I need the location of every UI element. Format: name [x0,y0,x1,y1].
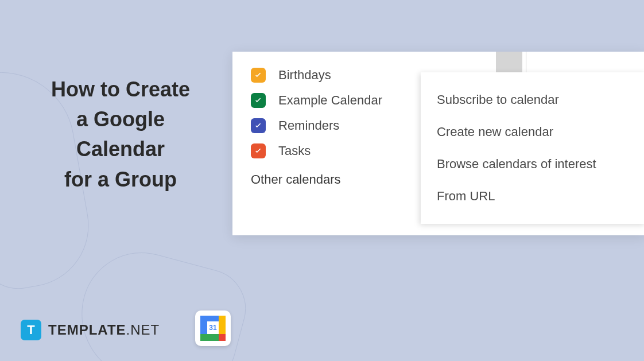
brand-text: TEMPLATE.NET [48,322,160,338]
google-calendar-icon: 31 [195,310,231,346]
calendar-label: Tasks [278,143,311,158]
add-calendar-button-hover[interactable] [496,52,522,72]
brand-logo: T TEMPLATE.NET [21,320,160,340]
divider [526,52,526,72]
title-line: How to Create [17,75,224,104]
title-line: a Google [17,104,224,134]
menu-item-create-new[interactable]: Create new calendar [421,116,644,148]
heading-panel: How to Create a Google Calendar for a Gr… [17,75,224,195]
calendar-label: Birthdays [278,68,331,83]
template-t-icon: T [21,320,41,340]
checkbox-checked-icon[interactable] [251,68,266,83]
page-title: How to Create a Google Calendar for a Gr… [17,75,224,195]
checkbox-checked-icon[interactable] [251,118,266,133]
calendar-label: Example Calendar [278,93,382,108]
menu-item-browse[interactable]: Browse calendars of interest [421,148,644,180]
brand-suffix: .NET [126,322,160,337]
brand-name: TEMPLATE [48,322,126,337]
menu-item-from-url[interactable]: From URL [421,180,644,212]
calendar-label: Reminders [278,118,339,133]
title-line: for a Group [17,165,224,195]
checkbox-checked-icon[interactable] [251,143,266,158]
add-calendar-dropdown: Subscribe to calendar Create new calenda… [421,72,644,224]
checkbox-checked-icon[interactable] [251,93,266,108]
icon-letter: T [27,323,34,337]
calendar-day-number: 31 [207,321,219,334]
title-line: Calendar [17,134,224,164]
calendar-app-screenshot: Birthdays Example Calendar Reminders Tas… [232,52,644,235]
menu-item-subscribe[interactable]: Subscribe to calendar [421,84,644,116]
